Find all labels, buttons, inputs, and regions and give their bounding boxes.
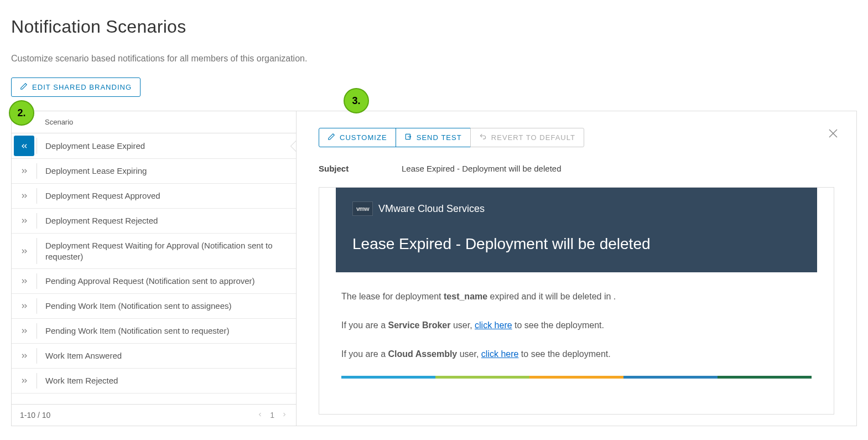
edit-shared-branding-label: EDIT SHARED BRANDING [32, 83, 132, 91]
scenario-row[interactable]: Work Item Rejected [12, 369, 296, 394]
pagination-range: 1-10 / 10 [20, 411, 50, 420]
scenario-list-header: Scenario [12, 111, 296, 133]
email-text: to see the deployment. [512, 320, 604, 330]
scenario-row[interactable]: Deployment Request Waiting for Approval … [12, 234, 296, 269]
expand-icon[interactable] [12, 319, 37, 343]
callout-2: 2. [9, 100, 34, 126]
send-test-label: SEND TEST [417, 133, 462, 142]
revert-label: REVERT TO DEFAULT [491, 133, 575, 142]
customize-button[interactable]: CUSTOMIZE [319, 128, 396, 147]
brand-name: VMware Cloud Services [378, 203, 485, 215]
color-strip [341, 376, 812, 379]
revert-button: REVERT TO DEFAULT [470, 128, 584, 147]
scenario-label: Deployment Request Waiting for Approval … [37, 234, 296, 268]
close-detail-button[interactable] [827, 127, 840, 140]
cloud-assembly-link[interactable]: click here [481, 349, 519, 359]
email-text: If you are a [341, 320, 388, 330]
page-next-button[interactable] [281, 410, 288, 420]
expand-icon[interactable] [12, 294, 37, 318]
edit-shared-branding-button[interactable]: EDIT SHARED BRANDING [11, 77, 141, 97]
service-broker-link[interactable]: click here [475, 320, 512, 330]
scenario-row[interactable]: Deployment Lease Expiring [12, 159, 296, 184]
email-bold: Cloud Assembly [388, 349, 458, 359]
pencil-icon [328, 133, 335, 142]
scenario-detail-pane: CUSTOMIZE SEND TEST REVERT TO DEFAULT Su… [297, 111, 856, 426]
expand-icon[interactable] [12, 344, 37, 368]
scenario-list-pane: Scenario Deployment Lease ExpiredDeploym… [12, 111, 297, 426]
scenario-row[interactable]: Pending Work Item (Notification sent to … [12, 294, 296, 319]
email-text: If you are a [341, 349, 388, 359]
callout-3: 3. [344, 88, 369, 113]
email-text: user, [450, 320, 475, 330]
email-text: The lease for deployment [341, 292, 444, 301]
send-icon [404, 133, 412, 142]
scenario-row[interactable]: Deployment Lease Expired [12, 133, 296, 159]
scenario-row[interactable]: Pending Work Item (Notification sent to … [12, 319, 296, 344]
email-bold: Service Broker [388, 320, 451, 330]
undo-icon [479, 133, 487, 142]
collapse-icon[interactable] [14, 136, 34, 156]
scenario-label: Deployment Request Rejected [37, 209, 296, 233]
scenario-label: Deployment Lease Expired [37, 133, 296, 158]
scenario-label: Pending Work Item (Notification sent to … [37, 294, 296, 318]
page-prev-button[interactable] [257, 410, 263, 420]
subject-value: Lease Expired - Deployment will be delet… [402, 164, 562, 173]
expand-icon[interactable] [12, 269, 37, 293]
expand-icon[interactable] [12, 369, 37, 393]
page-title: Notification Scenarios [11, 17, 857, 37]
expand-icon[interactable] [12, 234, 37, 268]
email-text: expired and it will be deleted in . [487, 292, 616, 301]
pencil-icon [20, 82, 28, 92]
scenario-row[interactable]: Work Item Answered [12, 344, 296, 369]
scenario-label: Pending Work Item (Notification sent to … [37, 319, 296, 343]
scenario-row[interactable]: Deployment Request Approved [12, 184, 296, 209]
scenario-row[interactable]: Deployment Request Rejected [12, 209, 296, 234]
scenario-list-footer: 1-10 / 10 1 [12, 404, 296, 426]
email-bold: test_name [444, 292, 487, 301]
email-text: to see the deployment. [518, 349, 610, 359]
scenario-label: Work Item Rejected [37, 369, 296, 393]
page-subtitle: Customize scenario based notifications f… [11, 54, 857, 64]
email-preview-container[interactable]: vmw VMware Cloud Services Lease Expired … [319, 187, 834, 415]
expand-icon[interactable] [12, 159, 37, 183]
subject-label: Subject [319, 164, 402, 173]
email-header: vmw VMware Cloud Services Lease Expired … [336, 188, 817, 272]
expand-icon[interactable] [12, 209, 37, 233]
scenario-label: Pending Approval Request (Notification s… [37, 269, 296, 293]
customize-label: CUSTOMIZE [340, 133, 387, 142]
current-page: 1 [270, 411, 274, 420]
expand-icon[interactable] [12, 184, 37, 208]
email-text: user, [457, 349, 481, 359]
detail-toolbar: CUSTOMIZE SEND TEST REVERT TO DEFAULT [319, 128, 834, 147]
scenario-label: Deployment Request Approved [37, 184, 296, 208]
email-body: The lease for deployment test_name expir… [336, 289, 817, 379]
scenario-row[interactable]: Pending Approval Request (Notification s… [12, 269, 296, 294]
scenario-label: Work Item Answered [37, 344, 296, 368]
scenario-label: Deployment Lease Expiring [37, 159, 296, 183]
email-title: Lease Expired - Deployment will be delet… [352, 235, 801, 253]
vmware-logo: vmw [352, 201, 373, 216]
send-test-button[interactable]: SEND TEST [396, 128, 471, 147]
